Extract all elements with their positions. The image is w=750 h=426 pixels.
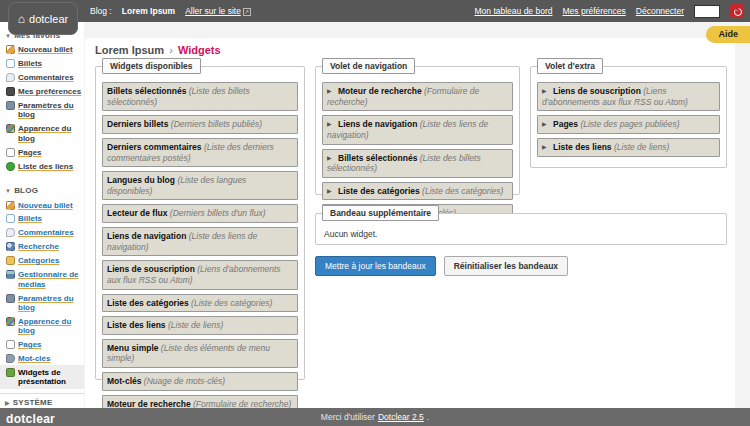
preferences-link[interactable]: Mes préférences (562, 6, 625, 16)
sidebar-item[interactable]: Recherche (0, 240, 84, 254)
footer-bar: dotclear Merci d'utiliserDotclear 2.5. (0, 408, 750, 426)
sidebar-item[interactable]: Mot-clés (0, 351, 84, 365)
widget-item[interactable]: Liens de navigation (Liste des liens de … (322, 115, 513, 144)
settings-icon (6, 294, 15, 303)
widget-item[interactable]: Liste des catégories (Liste des catégori… (102, 294, 298, 313)
nav-sidebar-panel: Volet de navigation Moteur de recherche … (315, 58, 520, 195)
comment-icon (6, 73, 15, 82)
dashboard-link[interactable]: Mon tableau de bord (475, 6, 553, 16)
sidebar-item-label: Gestionnaire de médias (18, 270, 82, 288)
widget-item[interactable]: Menu simple (Liste des éléments de menu … (102, 339, 298, 368)
widget-item[interactable]: Liens de navigation (Liste des liens de … (102, 227, 298, 256)
widget-name: Billets sélectionnés (338, 153, 417, 163)
sidebar-item[interactable]: Commentaires (0, 71, 84, 85)
blog-section: ▼ BLOG Nouveau billet Billets Commentair… (0, 177, 84, 392)
sidebar-item[interactable]: Nouveau billet (0, 43, 84, 57)
appearance-icon (6, 124, 15, 133)
sidebar-item[interactable]: Paramètres du blog (0, 99, 84, 122)
sidebar-item[interactable]: Mes préférences (0, 85, 84, 99)
goto-site-link[interactable]: Aller sur le site↗ (185, 6, 251, 16)
sidebar-item[interactable]: Liste des liens (0, 159, 84, 173)
appearance-icon (6, 317, 15, 326)
sidebar-item[interactable]: Billets (0, 212, 84, 226)
blog-section-toggle[interactable]: ▼ BLOG (0, 181, 84, 198)
dotclear-logo[interactable]: ⌂ dotclear (8, 2, 78, 35)
sidebar-item-label: Billets (18, 214, 42, 223)
extra-sidebar-legend: Volet d'extra (537, 58, 603, 74)
custom-banner-legend: Bandeau supplémentaire (322, 205, 439, 221)
widget-name: Mot-clés (107, 376, 141, 386)
sidebar-item[interactable]: Apparence du blog (0, 122, 84, 145)
widget-item[interactable]: Mot-clés (Nuage de mots-clés) (102, 372, 298, 391)
widget-name: Liens de souscription (553, 86, 641, 96)
media-icon (6, 270, 15, 279)
sidebar-item[interactable]: Commentaires (0, 226, 84, 240)
update-banners-button[interactable]: Mettre à jour les bandeaux (315, 256, 436, 276)
dotclear-version-link[interactable]: Dotclear 2.5 (378, 412, 424, 422)
widget-item[interactable]: Billets sélectionnés (Liste des billets … (102, 82, 298, 111)
links-icon (6, 162, 15, 171)
breadcrumb-blog[interactable]: Lorem Ipsum (95, 44, 164, 56)
external-link-icon: ↗ (243, 8, 251, 16)
widget-item[interactable]: Liens de souscription (Liens d'abonnemen… (102, 260, 298, 289)
blog-label: Blog : (90, 6, 112, 16)
widget-name: Liens de navigation (107, 231, 186, 241)
widget-name: Derniers billets (107, 119, 168, 129)
widget-item[interactable]: Billets sélectionnés (Liste des billets … (322, 149, 513, 178)
widget-desc: (Liste de liens) (168, 320, 223, 330)
reset-banners-button[interactable]: Réinitialiser les bandeaux (444, 256, 568, 276)
widget-item[interactable]: Langues du blog (Liste des langues dispo… (102, 171, 298, 200)
sidebar-item-label: Mes préférences (18, 87, 81, 96)
pencil-icon (6, 201, 15, 210)
sidebar-item[interactable]: Gestionnaire de médias (0, 268, 84, 291)
footer-dotclear-logo: dotclear (6, 412, 55, 426)
widget-desc: (Liste des catégories) (191, 298, 272, 308)
sidebar-item-label: Widgets de présentation (18, 368, 82, 386)
widget-name: Billets sélectionnés (107, 86, 186, 96)
sidebar-item[interactable]: Pages (0, 337, 84, 351)
widget-name: Menu simple (107, 343, 158, 353)
power-icon[interactable] (730, 4, 744, 18)
sidebar-item-label: Recherche (18, 242, 59, 251)
sidebar-item[interactable]: Catégories (0, 254, 84, 268)
widget-item[interactable]: Liste des liens (Liste de liens) (537, 138, 720, 157)
post-icon (6, 59, 15, 68)
home-icon: ⌂ (18, 13, 25, 25)
widget-item[interactable]: Liste des liens (Liste de liens) (102, 316, 298, 335)
sidebar: ▼ Mes favoris Nouveau billet Billets Com… (0, 22, 84, 426)
widget-item[interactable]: Derniers billets (Derniers billets publi… (102, 115, 298, 134)
widget-desc: (Liste de liens) (614, 142, 669, 152)
chevron-down-icon: ▼ (5, 188, 11, 194)
widget-item[interactable]: Lecteur de flux (Derniers billets d'un f… (102, 204, 298, 223)
user-field[interactable] (694, 5, 720, 18)
extra-sidebar-panel: Volet d'extra Liens de souscription (Lie… (530, 58, 727, 168)
widget-item[interactable]: Liste des catégories (Liste des catégori… (322, 182, 513, 201)
post-icon (6, 214, 15, 223)
sidebar-item[interactable]: Billets (0, 57, 84, 71)
blog-name: Lorem Ipsum (122, 6, 175, 16)
widget-item[interactable]: Derniers commentaires (Liste des dernier… (102, 138, 298, 167)
widget-item[interactable]: Pages (Liste des pages publiées) (537, 115, 720, 134)
sidebar-item[interactable]: Widgets de présentation (0, 365, 84, 388)
widget-name: Pages (553, 119, 578, 129)
widget-desc: (Nuage de mots-clés) (144, 376, 225, 386)
available-widgets-panel: Widgets disponibles Billets sélectionnés… (95, 58, 305, 380)
sidebar-item[interactable]: Apparence du blog (0, 314, 84, 337)
widget-name: Derniers commentaires (107, 142, 202, 152)
sidebar-item[interactable]: Pages (0, 145, 84, 159)
widget-name: Lecteur de flux (107, 208, 167, 218)
top-header-bar: Blog : Lorem Ipsum Aller sur le site↗ Mo… (0, 0, 750, 22)
widget-item[interactable]: Moteur de recherche (Formulaire de reche… (322, 82, 513, 111)
sidebar-item-label: Nouveau billet (18, 45, 73, 54)
widget-name: Liste des catégories (107, 298, 189, 308)
widget-item[interactable]: Liens de souscription (Liens d'abonnemen… (537, 82, 720, 111)
widget-name: Liste des liens (107, 320, 166, 330)
sidebar-item-label: Catégories (18, 256, 59, 265)
sidebar-item[interactable]: Paramètres du blog (0, 291, 84, 314)
sidebar-item[interactable]: Nouveau billet (0, 198, 84, 212)
sidebar-item-label: Paramètres du blog (18, 294, 82, 312)
logout-link[interactable]: Déconnecter (636, 6, 684, 16)
pencil-icon (6, 45, 15, 54)
help-button[interactable]: Aide (706, 26, 750, 43)
page-icon (6, 148, 15, 157)
